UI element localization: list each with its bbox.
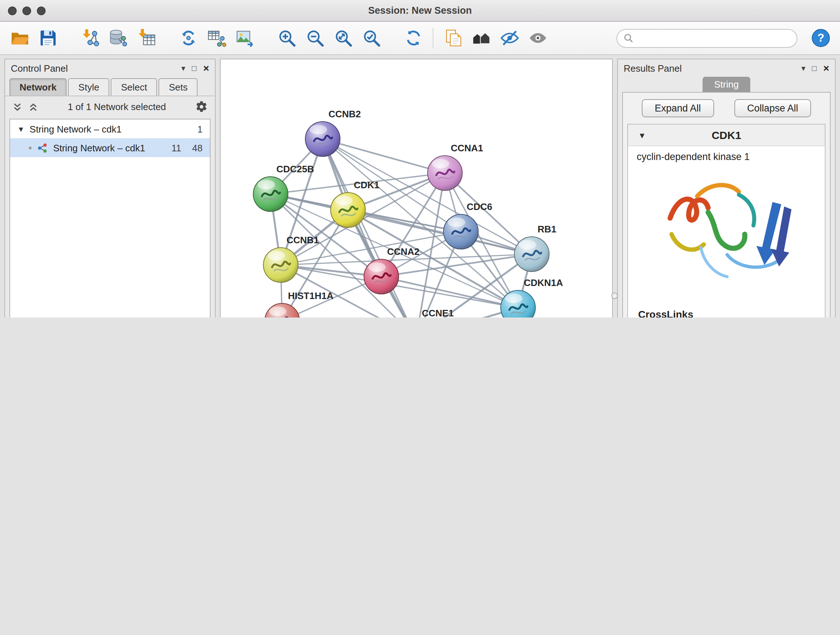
network-node-CCNB1[interactable]	[264, 248, 298, 282]
collection-network-count: 1	[192, 124, 202, 134]
gear-icon	[195, 101, 208, 113]
protein-card-header[interactable]: ▼ CDK1	[628, 125, 825, 146]
network-node-CDC6[interactable]	[444, 214, 478, 249]
tab-select[interactable]: Select	[111, 78, 157, 96]
open-session-button[interactable]	[7, 26, 32, 50]
eye-slash-icon	[500, 28, 519, 48]
network-node-CCNA2[interactable]	[364, 259, 399, 294]
node-label-HIST1H1A: HIST1H1A	[288, 290, 333, 301]
panel-float-button[interactable]: □	[192, 64, 196, 72]
control-panel-tabs: Network Style Select Sets	[5, 77, 215, 96]
network-node-CCNA1[interactable]	[428, 156, 462, 190]
help-button[interactable]: ?	[808, 26, 833, 50]
panel-close-button[interactable]: ×	[823, 63, 829, 73]
panel-divider-handle[interactable]	[611, 293, 618, 299]
import-network-icon	[80, 28, 99, 48]
home-button[interactable]	[469, 26, 493, 50]
title-bar: Session: New Session	[0, 0, 840, 22]
network-node-CDK1[interactable]	[331, 193, 365, 227]
save-session-button[interactable]	[35, 26, 60, 50]
tree-expander-icon[interactable]: ▼	[17, 125, 25, 133]
help-icon: ?	[811, 28, 830, 48]
zoom-out-button[interactable]	[302, 26, 327, 50]
zoom-selected-button[interactable]	[359, 26, 384, 50]
hide-selected-button[interactable]	[497, 26, 522, 50]
network-node-CDC25B[interactable]	[253, 177, 288, 211]
network-node-CCNB2[interactable]	[305, 122, 340, 157]
network-canvas[interactable]: CCNB2CCNA1CDC25BCDK1CDC6RB1CCNB1CCNA2CDK…	[221, 59, 612, 318]
import-table-from-file-button[interactable]	[134, 26, 158, 50]
floppy-disk-icon	[38, 28, 57, 48]
zoom-selected-icon	[362, 28, 381, 48]
results-panel: Results Panel ▾ □ × String Expand All Co…	[617, 59, 836, 318]
network-node-CDKN1A[interactable]	[501, 290, 535, 318]
import-network-from-file-button[interactable]	[77, 26, 102, 50]
node-label-CCNA1: CCNA1	[451, 143, 483, 154]
import-network-from-database-button[interactable]	[106, 26, 130, 50]
application-window: Session: New Session ?	[0, 0, 840, 318]
node-label-CCNB1: CCNB1	[286, 234, 319, 245]
refresh-view-button[interactable]	[401, 26, 425, 50]
collapse-all-button[interactable]: Collapse All	[734, 99, 811, 117]
panel-float-button[interactable]: □	[812, 64, 816, 72]
copy-document-button[interactable]	[441, 26, 465, 50]
export-image-button[interactable]	[232, 26, 257, 50]
network-collection-row[interactable]: ▼ String Network – cdk1 1	[10, 119, 210, 138]
network-node-HIST1H1A[interactable]	[265, 303, 300, 318]
main-toolbar: ?	[0, 22, 840, 55]
network-table-button[interactable]	[204, 26, 229, 50]
network-row[interactable]: ● String Network – cdk1 11 48	[10, 138, 210, 157]
expand-all-button[interactable]: Expand All	[642, 99, 714, 117]
import-table-icon	[136, 28, 156, 48]
zoom-in-button[interactable]	[274, 26, 299, 50]
node-count: 11	[166, 142, 181, 153]
database-network-icon	[108, 28, 128, 48]
network-graph[interactable]: CCNB2CCNA1CDC25BCDK1CDC6RB1CCNB1CCNA2CDK…	[221, 59, 612, 318]
expand-all-networks-button[interactable]	[28, 102, 38, 112]
node-label-CDK1: CDK1	[354, 180, 379, 190]
search-icon	[624, 33, 633, 43]
tab-sets[interactable]: Sets	[159, 78, 198, 96]
minimize-button[interactable]	[22, 6, 31, 15]
panel-close-button[interactable]: ×	[203, 63, 209, 73]
zoom-button[interactable]	[37, 6, 46, 15]
network-edge-CCNA1-CCNE1[interactable]	[416, 173, 445, 318]
network-tree: ▼ String Network – cdk1 1 ● String Netwo…	[9, 119, 210, 318]
network-options-button[interactable]	[195, 101, 208, 113]
network-from-selection-button[interactable]	[176, 26, 201, 50]
node-label-CCNB2: CCNB2	[328, 109, 361, 119]
svg-text:?: ?	[817, 32, 824, 44]
control-panel-header: Control Panel ▾ □ ×	[5, 59, 215, 77]
panel-menu-button[interactable]: ▾	[181, 64, 185, 72]
tab-style[interactable]: Style	[68, 78, 110, 96]
string-network-icon	[37, 142, 48, 153]
protein-name: CDK1	[712, 129, 741, 141]
results-panel-title: Results Panel	[624, 63, 796, 73]
show-all-button[interactable]	[525, 26, 550, 50]
network-edge-CCNB2-CCNA1[interactable]	[323, 139, 445, 173]
network-collection-label: String Network – cdk1	[30, 124, 187, 134]
collapse-all-networks-button[interactable]	[12, 102, 22, 112]
collapse-section-icon[interactable]: ▼	[638, 131, 646, 139]
search-box	[616, 29, 797, 48]
network-selection-summary: 1 of 1 Network selected	[44, 101, 189, 112]
zoom-in-icon	[277, 28, 296, 48]
node-label-CDC25B: CDC25B	[276, 164, 314, 174]
network-selection-bar: 1 of 1 Network selected	[5, 96, 215, 117]
network-table-icon	[207, 28, 226, 48]
tab-string[interactable]: String	[703, 77, 750, 92]
zoom-fit-button[interactable]	[331, 26, 355, 50]
close-button[interactable]	[8, 6, 17, 15]
node-label-CCNA2: CCNA2	[387, 246, 420, 257]
protein-description: cyclin-dependent kinase 1	[628, 146, 825, 164]
protein-card: ▼ CDK1 cyclin-dependent kinase 1	[627, 124, 826, 318]
network-node-RB1[interactable]	[515, 237, 549, 272]
control-panel: Control Panel ▾ □ × Network Style Select…	[4, 59, 216, 318]
crosslinks-heading: CrossLinks	[628, 302, 825, 318]
search-input[interactable]	[638, 33, 790, 43]
panel-menu-button[interactable]: ▾	[801, 64, 805, 72]
zoom-out-icon	[305, 28, 325, 48]
tab-network[interactable]: Network	[9, 78, 67, 96]
zoom-fit-icon	[333, 28, 353, 48]
control-panel-title: Control Panel	[11, 63, 175, 73]
